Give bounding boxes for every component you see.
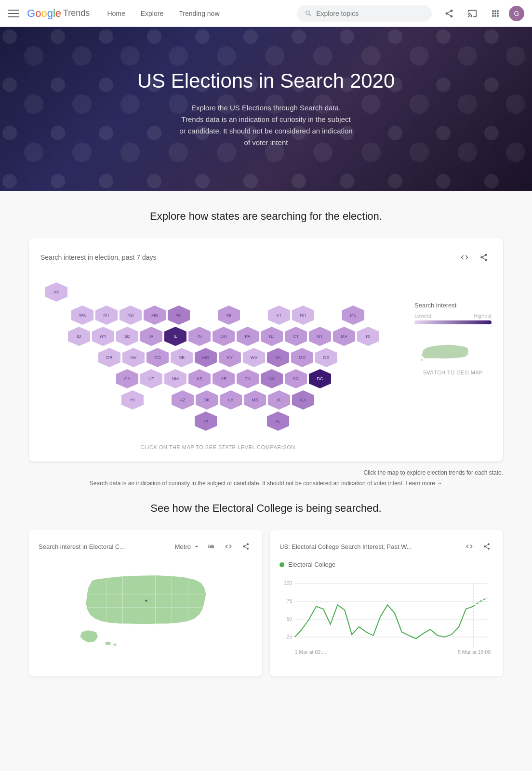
hex-IA[interactable]: IA	[140, 327, 162, 346]
search-bar[interactable]	[297, 5, 432, 22]
hex-OR[interactable]: OR	[98, 348, 120, 367]
electoral-chart-title: US: Electoral College Search Interest, P…	[279, 543, 459, 550]
hex-MA[interactable]: MA	[333, 327, 355, 346]
explore-section-title: Explore how states are searching for the…	[29, 210, 503, 223]
map-card-actions	[457, 250, 492, 265]
google-wordmark: Google	[27, 7, 61, 20]
hex-KS[interactable]: KS	[188, 369, 211, 388]
hex-TN[interactable]: TN	[237, 369, 259, 388]
map-card: Search interest in election, past 7 days…	[29, 238, 503, 462]
hex-WV[interactable]: WV	[243, 348, 265, 367]
share-map2-btn[interactable]	[239, 540, 253, 553]
metro-dropdown[interactable]: Metro	[175, 543, 200, 550]
hex-VA[interactable]: VA	[267, 348, 289, 367]
hex-KY[interactable]: KY	[219, 348, 241, 367]
share-icon	[444, 9, 454, 18]
hex-TX[interactable]: TX	[195, 412, 217, 431]
hex-DE[interactable]: DE	[315, 348, 337, 367]
svg-text:100: 100	[284, 580, 293, 586]
hex-click-note: CLICK ON THE MAP TO SEE STATE-LEVEL COMP…	[40, 444, 395, 450]
hex-PA[interactable]: PA	[237, 327, 259, 346]
hero-title: US Elections in Search 2020	[137, 69, 395, 93]
learn-more-link[interactable]: Learn more	[406, 480, 443, 487]
menu-icon[interactable]	[8, 8, 19, 19]
apps-icon-btn[interactable]	[486, 4, 505, 23]
hex-GA[interactable]: GA	[292, 390, 314, 410]
hex-NH[interactable]: NH	[292, 306, 314, 325]
avatar[interactable]: G	[509, 6, 524, 21]
share-icon-btn[interactable]	[439, 4, 459, 23]
chart-legend-label: Electoral College	[288, 561, 335, 568]
hex-MS[interactable]: MS	[244, 390, 266, 410]
hex-NM[interactable]: NM	[164, 369, 186, 388]
hex-ME[interactable]: ME	[342, 306, 364, 325]
hex-HI[interactable]: HI	[121, 390, 144, 410]
electoral-map-header: Search interest in Electoral C... Metro	[39, 540, 253, 553]
hex-SC[interactable]: SC	[285, 369, 307, 388]
hex-AK[interactable]: AK	[45, 282, 67, 302]
hex-LA[interactable]: LA	[220, 390, 242, 410]
hex-CO[interactable]: CO	[146, 348, 169, 367]
nav-trending[interactable]: Trending now	[173, 6, 225, 21]
hex-WI[interactable]: WI	[168, 306, 190, 325]
svg-point-0	[443, 352, 443, 352]
nav-explore[interactable]: Explore	[135, 6, 169, 21]
header: Google Trends Home Explore Trending now …	[0, 0, 532, 27]
svg-point-10	[145, 600, 147, 602]
legend-title: Search interest	[414, 302, 492, 309]
hex-RI[interactable]: RI	[357, 327, 379, 346]
embed-icon-btn-2[interactable]	[222, 540, 235, 553]
hex-OK[interactable]: OK	[196, 390, 218, 410]
search-input[interactable]	[316, 10, 424, 17]
hex-MN[interactable]: MN	[144, 306, 166, 325]
nav-home[interactable]: Home	[101, 6, 131, 21]
logo[interactable]: Google Trends	[27, 7, 90, 20]
click-map-note: Click the map to explore election trends…	[29, 469, 503, 476]
hex-FL[interactable]: FL	[267, 412, 289, 431]
bottom-cards: Search interest in Electoral C... Metro	[29, 530, 503, 677]
hex-CT[interactable]: CT	[285, 327, 307, 346]
hex-IN[interactable]: IN	[188, 327, 211, 346]
us-choropleth-map[interactable]	[39, 561, 253, 667]
hex-ND[interactable]: ND	[120, 306, 142, 325]
svg-text:75: 75	[287, 598, 293, 604]
chart-dot	[279, 562, 284, 567]
hex-MI[interactable]: MI	[218, 306, 240, 325]
hex-NV[interactable]: NV	[122, 348, 145, 367]
hex-row-4: CA UT NM KS AR TN NC SC DC	[116, 369, 331, 388]
hex-map-container: AK WA MT ND MN WI MI VT NH	[40, 273, 492, 450]
hex-SD[interactable]: SD	[116, 327, 138, 346]
share-map-btn[interactable]	[476, 250, 492, 265]
electoral-map-card: Search interest in Electoral C... Metro	[29, 530, 262, 677]
map-card-header: Search interest in election, past 7 days	[40, 250, 492, 265]
switch-geo-btn[interactable]: SWITCH TO GEO MAP	[414, 370, 492, 375]
hex-AR[interactable]: AR	[213, 369, 235, 388]
hex-AZ[interactable]: AZ	[172, 390, 194, 410]
hex-row-2: ID WY SD IA IL IN OH PA NJ CT NY MA RI	[68, 327, 379, 346]
hex-WY[interactable]: WY	[92, 327, 114, 346]
hex-NY[interactable]: NY	[309, 327, 331, 346]
hex-DC[interactable]: DC	[309, 369, 331, 388]
hex-WA[interactable]: WA	[71, 306, 93, 325]
embed-icon-btn[interactable]	[457, 250, 472, 265]
hex-ID[interactable]: ID	[68, 327, 90, 346]
hex-MT[interactable]: MT	[95, 306, 118, 325]
disclaimer: Search data is an indication of curiosit…	[29, 480, 503, 487]
hex-UT[interactable]: UT	[140, 369, 162, 388]
hex-OH[interactable]: OH	[213, 327, 235, 346]
hex-NJ[interactable]: NJ	[261, 327, 283, 346]
hex-NC[interactable]: NC	[261, 369, 283, 388]
hex-NE[interactable]: NE	[171, 348, 193, 367]
hex-VT[interactable]: VT	[268, 306, 290, 325]
electoral-map-title: Search interest in Electoral C...	[39, 543, 171, 550]
hex-MO[interactable]: MO	[195, 348, 217, 367]
hex-IL[interactable]: IL	[164, 327, 186, 346]
geo-map-thumb	[414, 334, 472, 368]
hex-AL[interactable]: AL	[268, 390, 290, 410]
hex-CA[interactable]: CA	[116, 369, 138, 388]
hex-MD[interactable]: MD	[291, 348, 313, 367]
list-icon-btn[interactable]	[204, 540, 218, 553]
share-chart-btn[interactable]	[480, 540, 493, 553]
cast-icon-btn[interactable]	[463, 4, 482, 23]
embed-chart-btn[interactable]	[463, 540, 476, 553]
